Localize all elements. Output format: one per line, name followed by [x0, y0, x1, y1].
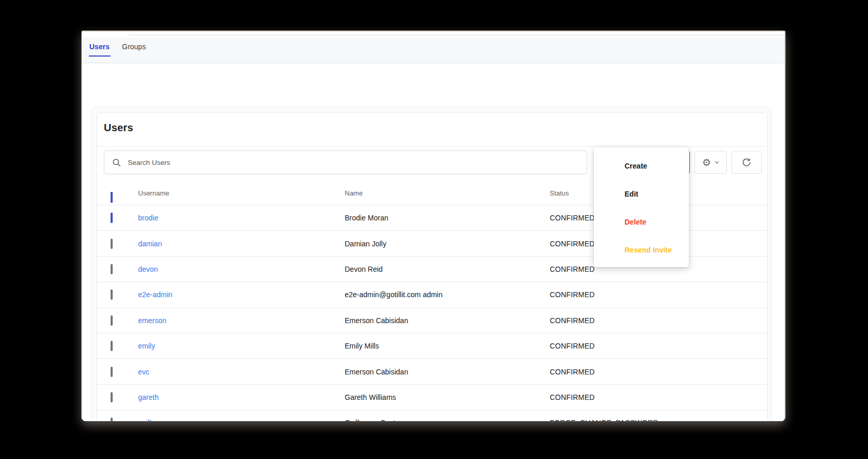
- row-checkbox[interactable]: [111, 315, 113, 326]
- row-checkbox[interactable]: [111, 289, 113, 300]
- search-box[interactable]: [104, 150, 587, 174]
- menu-item-resend-invite[interactable]: Resend Invite: [594, 236, 689, 264]
- row-checkbox[interactable]: [111, 367, 113, 377]
- table-row[interactable]: evc Emerson Cabisidan CONFIRMED: [97, 359, 767, 384]
- browser-chrome-strip: [82, 32, 784, 37]
- row-checkbox[interactable]: [111, 418, 113, 421]
- gear-icon: ⚙: [702, 158, 711, 168]
- menu-item-delete[interactable]: Delete: [594, 208, 689, 236]
- chrome-divider: [129, 35, 783, 35]
- status-cell: CONFIRMED: [550, 290, 595, 299]
- username-link[interactable]: emerson: [138, 316, 166, 325]
- name-cell: e2e-admin@gotillit.com admin: [345, 290, 443, 299]
- page-title: Users: [104, 122, 133, 134]
- refresh-button[interactable]: [731, 151, 762, 174]
- tab-users-label: Users: [89, 43, 110, 51]
- column-header-name: Name: [345, 189, 363, 197]
- row-checkbox[interactable]: [111, 239, 113, 249]
- active-tab-indicator: [89, 55, 111, 57]
- name-cell: Emerson Cabisidan: [345, 368, 408, 376]
- search-input[interactable]: [128, 159, 587, 166]
- tab-groups-label: Groups: [122, 43, 146, 51]
- name-cell: Guilherme Castro: [345, 419, 402, 421]
- name-cell: Emily Mills: [345, 342, 379, 350]
- status-cell: FORCE_CHANGE_PASSWORD: [550, 419, 658, 421]
- status-cell: CONFIRMED: [550, 240, 595, 248]
- tab-groups[interactable]: Groups: [122, 37, 146, 56]
- row-checkbox[interactable]: [111, 264, 113, 274]
- table-row[interactable]: gareth Gareth Williams CONFIRMED: [97, 385, 767, 410]
- status-cell: CONFIRMED: [550, 393, 595, 401]
- name-cell: Brodie Moran: [345, 214, 388, 222]
- username-link[interactable]: evc: [138, 368, 150, 376]
- name-cell: Emerson Cabisidan: [345, 316, 408, 325]
- name-cell: Devon Reid: [345, 265, 383, 273]
- username-link[interactable]: brodie: [138, 214, 158, 222]
- table-row[interactable]: e2e-admin e2e-admin@gotillit.com admin C…: [97, 282, 767, 308]
- column-header-status: Status: [550, 189, 569, 197]
- search-icon: [112, 158, 121, 168]
- status-cell: CONFIRMED: [550, 368, 595, 376]
- status-cell: CONFIRMED: [550, 214, 595, 222]
- username-link[interactable]: guilherme: [138, 419, 170, 421]
- row-checkbox[interactable]: [111, 213, 113, 223]
- actions-menu: CreateEditDeleteResend Invite: [594, 147, 689, 267]
- row-checkbox[interactable]: [111, 341, 113, 351]
- tab-users[interactable]: Users: [89, 37, 110, 56]
- name-cell: Damian Jolly: [345, 240, 386, 248]
- name-cell: Gareth Williams: [345, 393, 396, 401]
- refresh-icon: [741, 157, 752, 168]
- tab-bar: Users Groups: [82, 37, 784, 63]
- username-link[interactable]: devon: [138, 265, 158, 273]
- select-all-checkbox[interactable]: [111, 192, 113, 203]
- username-link[interactable]: gareth: [138, 393, 159, 401]
- table-row[interactable]: emerson Emerson Cabisidan CONFIRMED: [97, 308, 767, 333]
- chevron-down-icon: [714, 160, 720, 165]
- title-divider: [97, 146, 767, 147]
- username-link[interactable]: e2e-admin: [138, 290, 172, 299]
- row-checkbox[interactable]: [111, 392, 113, 402]
- status-cell: CONFIRMED: [550, 342, 595, 350]
- username-link[interactable]: damian: [138, 240, 162, 248]
- menu-item-create[interactable]: Create: [594, 152, 689, 180]
- table-row[interactable]: emily Emily Mills CONFIRMED: [97, 333, 767, 359]
- settings-button[interactable]: ⚙: [695, 151, 727, 174]
- menu-item-edit[interactable]: Edit: [594, 180, 689, 208]
- browser-tab-notch: [82, 32, 128, 37]
- status-cell: CONFIRMED: [550, 265, 595, 273]
- table-row[interactable]: guilherme Guilherme Castro FORCE_CHANGE_…: [97, 410, 767, 421]
- app-window: Users Groups Users: [82, 31, 785, 421]
- status-cell: CONFIRMED: [550, 316, 595, 325]
- column-header-username: Username: [138, 189, 169, 197]
- username-link[interactable]: emily: [138, 342, 155, 350]
